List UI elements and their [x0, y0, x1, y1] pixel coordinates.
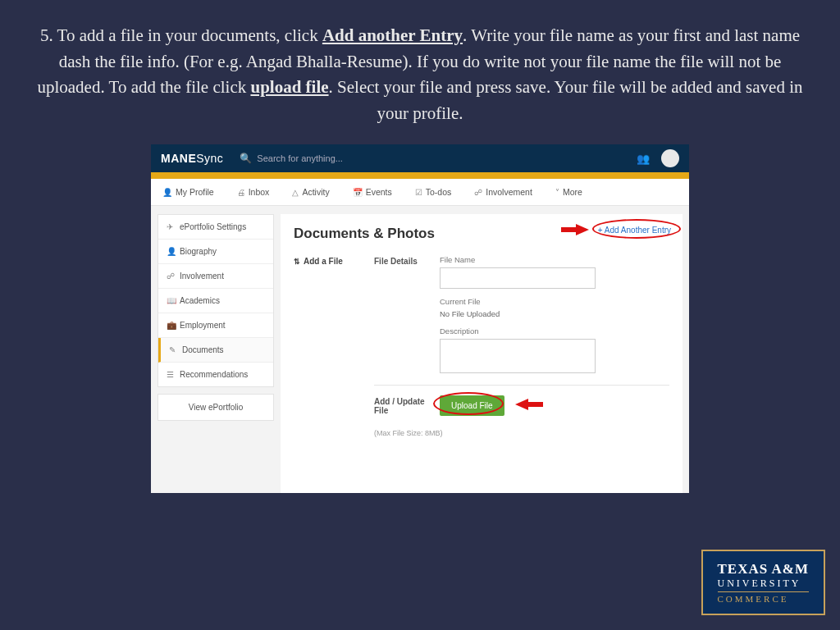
current-file-value: No File Uploaded: [440, 309, 669, 318]
nav-events[interactable]: 📅Events: [353, 187, 392, 197]
nav-activity[interactable]: △Activity: [292, 187, 329, 197]
group-icon[interactable]: 👥: [637, 153, 650, 165]
list-icon: ☰: [167, 370, 175, 379]
calendar-icon: 📅: [353, 188, 363, 197]
sidebar-item-documents[interactable]: ✎Documents: [158, 338, 273, 363]
plane-icon: ✈: [167, 222, 175, 231]
check-icon: ☑: [415, 188, 422, 197]
nav-inbox[interactable]: 🖨Inbox: [237, 187, 270, 197]
nav-my-profile[interactable]: 👤My Profile: [162, 187, 214, 197]
add-another-entry-link[interactable]: + Add Another Entry: [598, 226, 671, 235]
view-eportfolio-button[interactable]: View ePortfolio: [158, 394, 274, 421]
nav-more[interactable]: ˅More: [555, 187, 582, 197]
main-panel: Documents & Photos + Add Another Entry ⇅…: [281, 214, 682, 493]
chevron-down-icon: ˅: [555, 188, 559, 197]
search-icon: 🔍: [240, 153, 252, 164]
pencil-icon: ✎: [169, 345, 177, 354]
sort-icon: ⇅: [294, 258, 300, 266]
primary-nav: 👤My Profile 🖨Inbox △Activity 📅Events ☑To…: [151, 179, 689, 206]
search-wrap: 🔍: [240, 153, 637, 164]
book-icon: 📖: [167, 296, 175, 305]
search-input[interactable]: [257, 153, 421, 163]
link-icon: ☍: [167, 272, 175, 281]
upload-file-button[interactable]: Upload File: [440, 395, 504, 416]
sidebar-item-employment[interactable]: 💼Employment: [158, 313, 273, 338]
description-input[interactable]: [440, 339, 596, 373]
description-label: Description: [440, 326, 669, 336]
accent-bar: [151, 172, 689, 179]
link-upload-file: upload file: [250, 77, 328, 97]
instruction-text: 5. To add a file in your documents, clic…: [0, 0, 840, 135]
sidebar-item-involvement[interactable]: ☍Involvement: [158, 264, 273, 289]
link-add-entry: Add another Entry: [322, 25, 463, 45]
annotation-arrow-icon: [515, 399, 528, 410]
sidebar-item-biography[interactable]: 👤Biography: [158, 240, 273, 264]
link-icon: ☍: [474, 188, 482, 197]
person-icon: 👤: [167, 247, 175, 256]
current-file-label: Current File: [440, 297, 669, 306]
briefcase-icon: 💼: [167, 321, 175, 330]
add-update-file-label: Add / Update File: [374, 395, 440, 416]
sidebar-item-recommendations[interactable]: ☰Recommendations: [158, 363, 273, 386]
sidebar-item-academics[interactable]: 📖Academics: [158, 289, 273, 313]
brand-logo: MANESync: [161, 152, 223, 165]
sidebar-item-eportfolio-settings[interactable]: ✈ePortfolio Settings: [158, 215, 273, 240]
avatar[interactable]: [661, 149, 679, 167]
flame-icon: △: [292, 188, 299, 197]
file-name-input[interactable]: [440, 267, 596, 289]
add-file-heading: ⇅Add a File: [294, 255, 368, 437]
app-window: MANESync 🔍 👥 👤My Profile 🖨Inbox △Activit…: [151, 144, 689, 493]
max-file-size-hint: (Max File Size: 8MB): [374, 429, 669, 437]
person-icon: 👤: [162, 188, 172, 197]
nav-todos[interactable]: ☑To-dos: [415, 187, 452, 197]
file-details-label: File Details: [374, 255, 440, 375]
university-logo: TEXAS A&M UNIVERSITY COMMERCE: [701, 550, 825, 615]
inbox-icon: 🖨: [237, 188, 245, 197]
divider: [374, 385, 669, 386]
topbar: MANESync 🔍 👥: [151, 144, 689, 172]
nav-involvement[interactable]: ☍Involvement: [474, 187, 532, 197]
file-name-label: File Name: [440, 255, 669, 264]
sidebar: ✈ePortfolio Settings 👤Biography ☍Involve…: [151, 206, 274, 493]
annotation-arrow-icon: [576, 224, 589, 235]
